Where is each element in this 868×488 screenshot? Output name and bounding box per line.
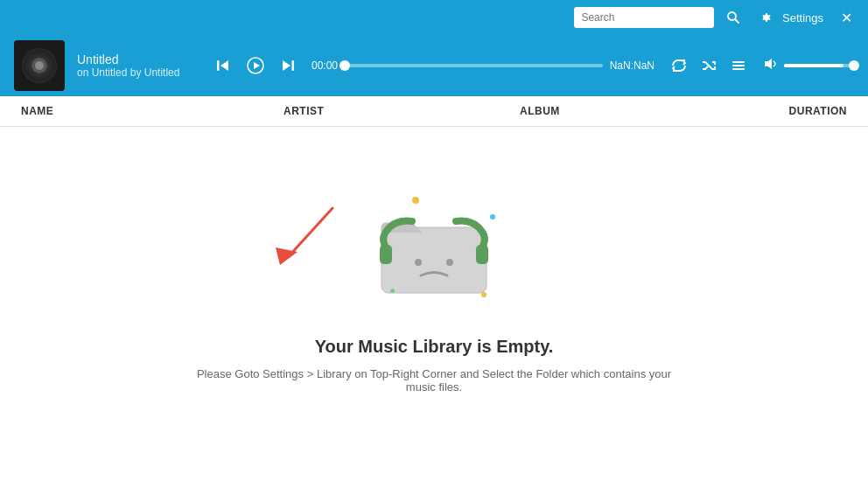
svg-rect-2 [217, 60, 220, 71]
dot-1 [412, 197, 419, 204]
shuffle-button[interactable] [696, 54, 721, 77]
svg-marker-11 [765, 59, 772, 69]
svg-marker-7 [283, 60, 290, 71]
search-input[interactable] [574, 7, 714, 28]
gear-icon [758, 10, 772, 24]
previous-button[interactable] [212, 54, 234, 77]
search-icon [726, 10, 740, 24]
svg-rect-8 [732, 61, 745, 63]
progress-bar[interactable] [345, 64, 603, 67]
col-duration-header: DURATION [749, 96, 854, 126]
extra-controls [667, 54, 751, 77]
next-button[interactable] [276, 54, 299, 77]
svg-rect-9 [732, 65, 745, 66]
play-icon [247, 57, 264, 74]
dot-2 [490, 214, 495, 220]
empty-icon [364, 188, 504, 310]
search-area: Settings ✕ [574, 6, 858, 30]
shuffle-icon [701, 58, 717, 73]
next-icon [280, 58, 296, 73]
col-artist-header: ARTIST [276, 96, 513, 126]
svg-marker-3 [220, 60, 228, 71]
svg-point-16 [446, 259, 453, 266]
dot-4 [481, 292, 486, 297]
settings-label-text: Settings [782, 11, 823, 24]
volume-fill [784, 64, 844, 67]
volume-area [763, 56, 854, 75]
svg-rect-18 [476, 245, 488, 264]
col-album-header: ALBUM [513, 96, 749, 126]
empty-state: Your Music Library is Empty. Please Goto… [0, 153, 868, 429]
repeat-button[interactable] [667, 54, 691, 77]
time-total: NaN:NaN [610, 59, 654, 72]
svg-rect-10 [732, 68, 745, 70]
title-bar: Settings ✕ [0, 0, 868, 35]
track-meta: on Untitled by Untitled [77, 66, 200, 79]
svg-rect-17 [380, 245, 392, 264]
play-button[interactable] [243, 53, 268, 78]
vinyl-center [35, 61, 44, 70]
player-bar: Untitled on Untitled by Untitled 00:00 [0, 35, 868, 96]
volume-thumb [849, 60, 859, 71]
volume-bar[interactable] [784, 64, 854, 67]
empty-title: Your Music Library is Empty. [315, 337, 554, 357]
main-content: NAME ARTIST ALBUM DURATION [0, 96, 868, 453]
close-icon: ✕ [841, 10, 852, 26]
vinyl-disc [22, 48, 57, 83]
repeat-icon [671, 58, 687, 73]
list-icon [731, 58, 746, 73]
track-info: Untitled on Untitled by Untitled [77, 52, 200, 79]
progress-area: 00:00 NaN:NaN [312, 59, 654, 72]
album-art [14, 40, 65, 91]
track-title: Untitled [77, 52, 200, 66]
playlist-button[interactable] [726, 54, 751, 77]
dot-3 [390, 289, 395, 293]
volume-button[interactable] [763, 56, 779, 75]
svg-rect-14 [382, 227, 486, 293]
playback-controls [212, 53, 299, 78]
empty-description: Please Goto Settings > Library on Top-Ri… [193, 367, 675, 394]
settings-button[interactable]: Settings [752, 7, 829, 28]
search-button[interactable] [721, 7, 746, 28]
svg-point-15 [415, 259, 422, 266]
svg-rect-6 [292, 60, 295, 71]
progress-thumb [340, 60, 350, 71]
previous-icon [215, 58, 231, 73]
col-name-header: NAME [14, 96, 276, 126]
svg-line-1 [735, 19, 738, 23]
table-header: NAME ARTIST ALBUM DURATION [0, 96, 868, 127]
svg-marker-5 [254, 62, 260, 69]
close-button[interactable]: ✕ [836, 6, 858, 30]
volume-icon [763, 56, 779, 72]
time-current: 00:00 [312, 59, 338, 72]
